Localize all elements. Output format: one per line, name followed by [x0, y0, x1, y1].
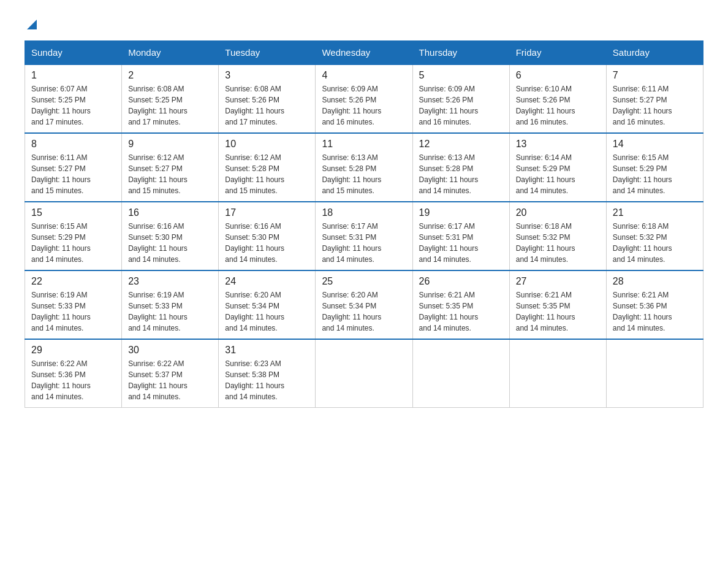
column-header-friday: Friday [509, 41, 606, 65]
page-header [25, 18, 703, 28]
day-number: 9 [128, 139, 212, 150]
logo [25, 18, 37, 28]
column-header-tuesday: Tuesday [219, 41, 316, 65]
day-info: Sunrise: 6:16 AMSunset: 5:30 PMDaylight:… [225, 221, 309, 265]
day-info: Sunrise: 6:12 AMSunset: 5:27 PMDaylight:… [128, 152, 212, 196]
day-info: Sunrise: 6:15 AMSunset: 5:29 PMDaylight:… [613, 152, 697, 196]
day-number: 5 [419, 70, 503, 81]
day-number: 8 [31, 139, 115, 150]
calendar-week-row: 22Sunrise: 6:19 AMSunset: 5:33 PMDayligh… [25, 270, 703, 339]
day-number: 11 [322, 139, 406, 150]
day-number: 3 [225, 70, 309, 81]
day-info: Sunrise: 6:21 AMSunset: 5:35 PMDaylight:… [419, 289, 503, 334]
day-number: 4 [322, 70, 406, 81]
day-info: Sunrise: 6:19 AMSunset: 5:33 PMDaylight:… [31, 289, 115, 334]
calendar-cell: 22Sunrise: 6:19 AMSunset: 5:33 PMDayligh… [25, 270, 122, 339]
day-info: Sunrise: 6:08 AMSunset: 5:25 PMDaylight:… [128, 83, 212, 128]
calendar-cell: 23Sunrise: 6:19 AMSunset: 5:33 PMDayligh… [122, 270, 219, 339]
day-info: Sunrise: 6:17 AMSunset: 5:31 PMDaylight:… [419, 221, 503, 265]
calendar-cell: 24Sunrise: 6:20 AMSunset: 5:34 PMDayligh… [219, 270, 316, 339]
calendar-cell: 9Sunrise: 6:12 AMSunset: 5:27 PMDaylight… [122, 133, 219, 202]
calendar-cell: 14Sunrise: 6:15 AMSunset: 5:29 PMDayligh… [606, 133, 703, 202]
calendar-cell: 25Sunrise: 6:20 AMSunset: 5:34 PMDayligh… [316, 270, 412, 339]
calendar-cell: 31Sunrise: 6:23 AMSunset: 5:38 PMDayligh… [219, 339, 316, 408]
calendar-cell: 2Sunrise: 6:08 AMSunset: 5:25 PMDaylight… [122, 64, 219, 133]
day-number: 17 [225, 207, 309, 218]
calendar-cell: 3Sunrise: 6:08 AMSunset: 5:26 PMDaylight… [219, 64, 316, 133]
day-number: 31 [225, 345, 309, 356]
day-info: Sunrise: 6:18 AMSunset: 5:32 PMDaylight:… [516, 221, 600, 265]
day-info: Sunrise: 6:14 AMSunset: 5:29 PMDaylight:… [516, 152, 600, 196]
calendar-cell: 4Sunrise: 6:09 AMSunset: 5:26 PMDaylight… [316, 64, 412, 133]
day-number: 27 [516, 276, 600, 287]
calendar-week-row: 29Sunrise: 6:22 AMSunset: 5:36 PMDayligh… [25, 339, 703, 408]
day-number: 29 [31, 345, 115, 356]
day-number: 22 [31, 276, 115, 287]
day-number: 7 [613, 70, 697, 81]
day-info: Sunrise: 6:15 AMSunset: 5:29 PMDaylight:… [31, 221, 115, 265]
day-info: Sunrise: 6:21 AMSunset: 5:35 PMDaylight:… [516, 289, 600, 334]
calendar-cell [316, 339, 412, 408]
day-info: Sunrise: 6:09 AMSunset: 5:26 PMDaylight:… [322, 83, 406, 128]
calendar-cell: 30Sunrise: 6:22 AMSunset: 5:37 PMDayligh… [122, 339, 219, 408]
calendar-cell: 29Sunrise: 6:22 AMSunset: 5:36 PMDayligh… [25, 339, 122, 408]
day-number: 1 [31, 70, 115, 81]
calendar-table: SundayMondayTuesdayWednesdayThursdayFrid… [25, 40, 703, 408]
day-number: 2 [128, 70, 212, 81]
day-number: 14 [613, 139, 697, 150]
calendar-cell: 16Sunrise: 6:16 AMSunset: 5:30 PMDayligh… [122, 202, 219, 270]
day-number: 15 [31, 207, 115, 218]
day-number: 18 [322, 207, 406, 218]
calendar-cell: 13Sunrise: 6:14 AMSunset: 5:29 PMDayligh… [509, 133, 606, 202]
calendar-cell: 7Sunrise: 6:11 AMSunset: 5:27 PMDaylight… [606, 64, 703, 133]
day-number: 26 [419, 276, 503, 287]
day-info: Sunrise: 6:17 AMSunset: 5:31 PMDaylight:… [322, 221, 406, 265]
calendar-cell [606, 339, 703, 408]
column-header-thursday: Thursday [412, 41, 509, 65]
day-number: 19 [419, 207, 503, 218]
calendar-cell: 1Sunrise: 6:07 AMSunset: 5:25 PMDaylight… [25, 64, 122, 133]
day-number: 30 [128, 345, 212, 356]
day-info: Sunrise: 6:23 AMSunset: 5:38 PMDaylight:… [225, 358, 309, 402]
calendar-week-row: 8Sunrise: 6:11 AMSunset: 5:27 PMDaylight… [25, 133, 703, 202]
day-info: Sunrise: 6:22 AMSunset: 5:36 PMDaylight:… [31, 358, 115, 402]
calendar-cell: 15Sunrise: 6:15 AMSunset: 5:29 PMDayligh… [25, 202, 122, 270]
day-info: Sunrise: 6:20 AMSunset: 5:34 PMDaylight:… [225, 289, 309, 334]
day-number: 24 [225, 276, 309, 287]
day-info: Sunrise: 6:16 AMSunset: 5:30 PMDaylight:… [128, 221, 212, 265]
day-info: Sunrise: 6:19 AMSunset: 5:33 PMDaylight:… [128, 289, 212, 334]
column-header-saturday: Saturday [606, 41, 703, 65]
day-number: 20 [516, 207, 600, 218]
day-info: Sunrise: 6:22 AMSunset: 5:37 PMDaylight:… [128, 358, 212, 402]
calendar-cell: 12Sunrise: 6:13 AMSunset: 5:28 PMDayligh… [412, 133, 509, 202]
calendar-cell [412, 339, 509, 408]
calendar-cell: 8Sunrise: 6:11 AMSunset: 5:27 PMDaylight… [25, 133, 122, 202]
day-number: 10 [225, 139, 309, 150]
day-number: 23 [128, 276, 212, 287]
calendar-cell: 18Sunrise: 6:17 AMSunset: 5:31 PMDayligh… [316, 202, 412, 270]
day-info: Sunrise: 6:08 AMSunset: 5:26 PMDaylight:… [225, 83, 309, 128]
calendar-week-row: 15Sunrise: 6:15 AMSunset: 5:29 PMDayligh… [25, 202, 703, 270]
calendar-cell: 17Sunrise: 6:16 AMSunset: 5:30 PMDayligh… [219, 202, 316, 270]
day-number: 13 [516, 139, 600, 150]
calendar-cell: 28Sunrise: 6:21 AMSunset: 5:36 PMDayligh… [606, 270, 703, 339]
column-header-monday: Monday [122, 41, 219, 65]
day-info: Sunrise: 6:11 AMSunset: 5:27 PMDaylight:… [31, 152, 115, 196]
logo-triangle-icon [27, 20, 37, 29]
day-info: Sunrise: 6:12 AMSunset: 5:28 PMDaylight:… [225, 152, 309, 196]
calendar-cell: 26Sunrise: 6:21 AMSunset: 5:35 PMDayligh… [412, 270, 509, 339]
day-info: Sunrise: 6:07 AMSunset: 5:25 PMDaylight:… [31, 83, 115, 128]
calendar-cell: 10Sunrise: 6:12 AMSunset: 5:28 PMDayligh… [219, 133, 316, 202]
calendar-header-row: SundayMondayTuesdayWednesdayThursdayFrid… [25, 41, 703, 65]
calendar-cell: 27Sunrise: 6:21 AMSunset: 5:35 PMDayligh… [509, 270, 606, 339]
day-number: 25 [322, 276, 406, 287]
calendar-cell: 6Sunrise: 6:10 AMSunset: 5:26 PMDaylight… [509, 64, 606, 133]
calendar-week-row: 1Sunrise: 6:07 AMSunset: 5:25 PMDaylight… [25, 64, 703, 133]
day-info: Sunrise: 6:10 AMSunset: 5:26 PMDaylight:… [516, 83, 600, 128]
day-info: Sunrise: 6:13 AMSunset: 5:28 PMDaylight:… [419, 152, 503, 196]
day-number: 21 [613, 207, 697, 218]
day-info: Sunrise: 6:20 AMSunset: 5:34 PMDaylight:… [322, 289, 406, 334]
calendar-cell [509, 339, 606, 408]
day-number: 16 [128, 207, 212, 218]
calendar-cell: 20Sunrise: 6:18 AMSunset: 5:32 PMDayligh… [509, 202, 606, 270]
